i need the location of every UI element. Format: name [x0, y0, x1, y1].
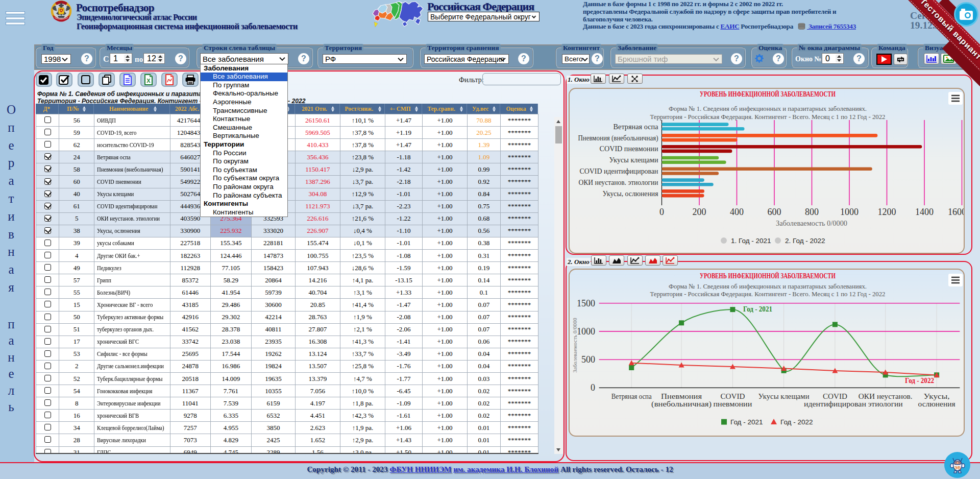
svg-text:600: 600 — [768, 207, 781, 217]
svg-text:Ветряная оспа: Ветряная оспа — [611, 392, 652, 400]
svg-text:1000: 1000 — [840, 207, 859, 217]
svg-text:этиологии: этиологии — [868, 400, 903, 408]
svg-text:пневмонии: пневмонии — [713, 400, 752, 408]
svg-text:1400: 1400 — [915, 207, 934, 217]
svg-text:1600: 1600 — [948, 207, 965, 217]
svg-text:Ветряная оспа: Ветряная оспа — [614, 123, 658, 131]
svg-text:Заболеваемость 0/0000: Заболеваемость 0/0000 — [572, 318, 578, 373]
svg-text:Год - 2021: Год - 2021 — [743, 305, 772, 313]
svg-text:500: 500 — [581, 354, 595, 365]
svg-text:800: 800 — [805, 207, 819, 217]
svg-text:УРОВЕНЬ ИНФЕКЦИОННОЙ ЗАБОЛЕВАЕ: УРОВЕНЬ ИНФЕКЦИОННОЙ ЗАБОЛЕВАЕМОСТИ — [700, 272, 836, 280]
svg-text:УРОВЕНЬ ИНФЕКЦИОННОЙ ЗАБОЛЕВАЕ: УРОВЕНЬ ИНФЕКЦИОННОЙ ЗАБОЛЕВАЕМОСТИ — [700, 90, 836, 98]
svg-text:идентифицирован: идентифицирован — [804, 400, 866, 408]
svg-text:2. Год - 2022: 2. Год - 2022 — [785, 237, 825, 245]
svg-text:Форма № 1. Сведения об инфекци: Форма № 1. Сведения об инфекционных и па… — [669, 282, 867, 290]
svg-text:(внебольничная): (внебольничная) — [651, 400, 712, 409]
svg-text:COVID: COVID — [823, 392, 847, 400]
svg-text:1200: 1200 — [878, 207, 896, 217]
svg-text:Укусы клещами: Укусы клещами — [609, 156, 658, 164]
svg-text:0: 0 — [659, 207, 664, 217]
svg-text:Укусы,: Укусы, — [924, 392, 950, 400]
svg-text:Пневмония: Пневмония — [661, 392, 702, 400]
svg-text:0: 0 — [591, 382, 595, 393]
svg-text:COVID идентифицирован: COVID идентифицирован — [580, 167, 658, 175]
svg-text:COVID пневмонии: COVID пневмонии — [600, 145, 658, 153]
svg-text:Территория - Российская Федера: Территория - Российская Федерация. Конти… — [650, 113, 886, 121]
svg-text:Укусы клещами: Укусы клещами — [758, 392, 810, 400]
svg-text:Пневмония (внебольничная): Пневмония (внебольничная) — [578, 134, 658, 142]
svg-text:Год - 2021: Год - 2021 — [730, 418, 763, 426]
svg-text:1. Год - 2021: 1. Год - 2021 — [731, 237, 771, 245]
svg-text:Территория - Российская Федера: Территория - Российская Федерация. Конти… — [650, 290, 886, 298]
svg-text:COVID: COVID — [720, 392, 745, 400]
svg-text:1000: 1000 — [577, 326, 595, 337]
svg-text:ОКИ неустанов.: ОКИ неустанов. — [859, 392, 913, 400]
svg-text:400: 400 — [730, 207, 744, 217]
svg-text:1500: 1500 — [577, 298, 595, 308]
svg-text:ЭБ: ЭБ — [954, 465, 961, 470]
svg-text:ОКИ неустанов. этиологии: ОКИ неустанов. этиологии — [579, 178, 658, 186]
svg-text:Год - 2022: Год - 2022 — [780, 418, 813, 426]
svg-text:X: X — [146, 78, 151, 84]
svg-text:Год - 2022: Год - 2022 — [905, 376, 934, 385]
svg-text:Заболеваемость 0/0000: Заболеваемость 0/0000 — [776, 219, 847, 227]
svg-text:200: 200 — [693, 207, 706, 217]
svg-text:Форма № 1. Сведения об инфекци: Форма № 1. Сведения об инфекционных и па… — [669, 105, 867, 112]
svg-text:ослюнения: ослюнения — [918, 400, 955, 408]
svg-text:Укусы, ослюнения: Укусы, ослюнения — [603, 189, 658, 198]
